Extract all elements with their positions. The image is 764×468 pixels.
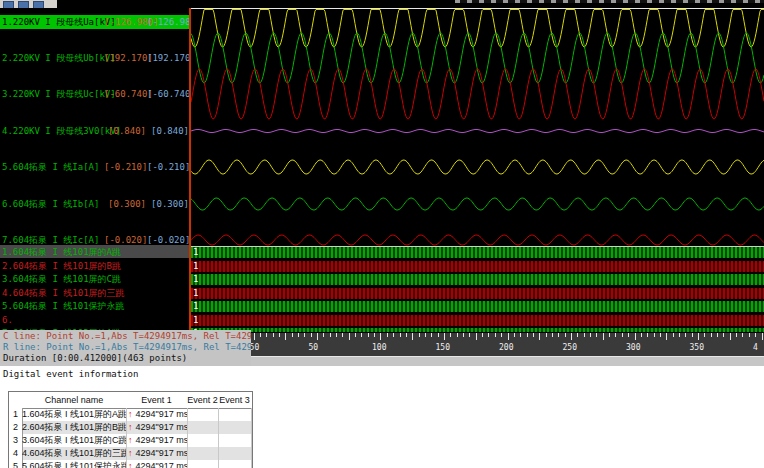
axis-tick xyxy=(406,333,407,337)
axis-tick xyxy=(355,333,356,337)
event-cell xyxy=(218,447,252,460)
axis-tick xyxy=(596,333,597,337)
axis-tick xyxy=(285,333,286,340)
digital-channel-row[interactable]: 3.604拓泉 I 线101屏的C跳 xyxy=(0,273,189,285)
waveform-trace xyxy=(191,130,764,133)
axis-tick xyxy=(615,333,616,337)
axis-tick xyxy=(419,333,420,337)
axis-tick xyxy=(539,333,540,340)
event-cell: ↑4294"917 ms xyxy=(126,421,188,434)
axis-tick xyxy=(457,333,458,337)
axis-tick xyxy=(298,333,299,337)
col-header xyxy=(9,392,22,408)
cursor-status-panel: C line: Point No.=1,Abs T=4294917ms, Rel… xyxy=(0,330,251,366)
axis-tick xyxy=(622,333,623,337)
table-header-row: Channel nameEvent 1Event 2Event 3 xyxy=(9,392,252,409)
digital-channel-row[interactable]: 5.604拓泉 I 线101保护永跳 xyxy=(0,300,189,312)
event-cell xyxy=(218,460,252,468)
digital-channel-label: 1.604拓泉 I 线101屏的A跳 xyxy=(2,246,121,258)
analog-channel-row[interactable]: 4.220KV I 段母线3V0[kV][0.840][0.840] xyxy=(0,125,189,137)
axis-tick xyxy=(349,333,350,340)
axis-tick xyxy=(711,333,712,337)
axis-tick-label: 250 xyxy=(563,343,577,352)
channel-name: 1.220KV I 段母线Ua[kV] xyxy=(2,16,116,28)
digital-state-bar: 1 xyxy=(191,261,764,272)
axis-tick xyxy=(755,333,756,337)
waveform-trace xyxy=(191,69,764,119)
waveform-chart-area[interactable]: 1111111 xyxy=(191,8,764,332)
event-time: 4294"917 ms xyxy=(136,461,189,468)
duration-status: Duration [0:00.412000](463 points) xyxy=(3,353,187,364)
analog-channel-row[interactable]: 1.220KV I 段母线Ua[kV][-126.980][-126.980] xyxy=(0,16,189,28)
event-cell: ↑4294"917 ms xyxy=(126,447,188,460)
event-row[interactable]: 11.604拓泉 I 线101屏的A跳↑4294"917 ms xyxy=(9,408,252,421)
axis-tick xyxy=(393,333,394,337)
analog-channel-row[interactable]: 6.604拓泉 I 线Ib[A][0.300][0.300] xyxy=(0,198,189,210)
axis-tick xyxy=(577,333,578,337)
axis-tick xyxy=(749,333,750,337)
event-time: 4294"917 ms xyxy=(136,435,189,445)
c-cursor-line[interactable] xyxy=(189,8,191,333)
event-cell xyxy=(218,434,252,447)
digital-channel-label: 2.604拓泉 I 线101屏的B跳 xyxy=(2,260,121,272)
event-time: 4294"917 ms xyxy=(136,422,189,432)
event-row[interactable]: 44.604拓泉 I 线101屏的三跳↑4294"917 ms xyxy=(9,447,252,460)
channel-label-pane: 1.220KV I 段母线Ua[kV][-126.980][-126.980]2… xyxy=(0,8,189,330)
waveform-trace xyxy=(191,160,764,174)
axis-tick xyxy=(317,333,318,340)
axis-tick-label: 50 xyxy=(309,343,319,352)
top-dashed-border xyxy=(455,0,764,3)
axis-tick xyxy=(514,333,515,337)
toolbar-fragment xyxy=(0,0,57,8)
rising-edge-arrow-icon: ↑ xyxy=(128,448,133,458)
axis-tick xyxy=(387,333,388,337)
axis-tick-label: 350 xyxy=(690,343,704,352)
axis-tick xyxy=(508,333,509,340)
digital-event-section: Digital event information Channel nameEv… xyxy=(0,366,764,468)
time-axis-ruler[interactable]: 4294"914294"950 0501001502002503003504 xyxy=(189,333,764,356)
axis-tick xyxy=(412,333,413,340)
axis-tick xyxy=(520,333,521,337)
axis-tick xyxy=(260,333,261,337)
digital-channel-row[interactable]: 6. xyxy=(0,314,189,326)
cursor-value-r: [0.840] xyxy=(147,125,189,137)
axis-tick xyxy=(330,333,331,337)
event-time: 4294"917 ms xyxy=(136,448,189,458)
event-cell: 4.604拓泉 I 线101屏的三跳 xyxy=(22,447,127,460)
digital-state-value: 1 xyxy=(193,301,198,312)
analog-channel-row[interactable]: 3.220KV I 段母线Uc[kV][-60.740][-60.740] xyxy=(0,88,189,100)
axis-tick xyxy=(609,333,610,337)
axis-tick xyxy=(654,333,655,337)
axis-tick xyxy=(438,333,439,337)
axis-tick xyxy=(717,333,718,337)
col-header: Event 1 xyxy=(126,392,187,408)
analog-channel-row[interactable]: 2.220KV I 段母线Ub[kV][192.170][192.170] xyxy=(0,52,189,64)
axis-tick-label: 200 xyxy=(499,343,513,352)
cursor-value-r: [-60.740] xyxy=(147,88,189,100)
event-row[interactable]: 33.604拓泉 I 线101屏的C跳↑4294"917 ms xyxy=(9,434,252,447)
cursor-value-r: [-126.980] xyxy=(147,16,189,28)
axis-tick xyxy=(762,333,763,340)
axis-tick xyxy=(311,333,312,337)
axis-tick xyxy=(704,333,705,337)
row-number: 2 xyxy=(9,421,23,434)
axis-tick xyxy=(292,333,293,337)
axis-tick xyxy=(425,333,426,337)
axis-tick xyxy=(603,333,604,340)
event-table: Channel nameEvent 1Event 2Event 311.604拓… xyxy=(8,391,253,468)
digital-channel-row[interactable]: 2.604拓泉 I 线101屏的B跳 xyxy=(0,260,189,272)
axis-tick xyxy=(590,333,591,337)
axis-tick xyxy=(323,333,324,337)
digital-channel-row[interactable]: 4.604拓泉 I 线101屏的三跳 xyxy=(0,287,189,299)
event-cell: ↑4294"917 ms xyxy=(126,460,188,468)
event-cell: 1.604拓泉 I 线101屏的A跳 xyxy=(22,408,127,421)
axis-tick xyxy=(336,333,337,337)
digital-channel-row[interactable]: 1.604拓泉 I 线101屏的A跳 xyxy=(0,246,189,258)
analog-channel-row[interactable]: 5.604拓泉 I 线Ia[A][-0.210][-0.210] xyxy=(0,161,189,173)
row-number: 4 xyxy=(9,447,23,460)
rising-edge-arrow-icon: ↑ xyxy=(128,409,133,419)
fault-recorder-window: 1.220KV I 段母线Ua[kV][-126.980][-126.980]2… xyxy=(0,0,764,468)
axis-tick-label: 300 xyxy=(626,343,640,352)
event-row[interactable]: 22.604拓泉 I 线101屏的B跳↑4294"917 ms xyxy=(9,421,252,434)
event-row[interactable]: 55.604拓泉 I 线101保护永跳↑4294"917 ms xyxy=(9,460,252,468)
